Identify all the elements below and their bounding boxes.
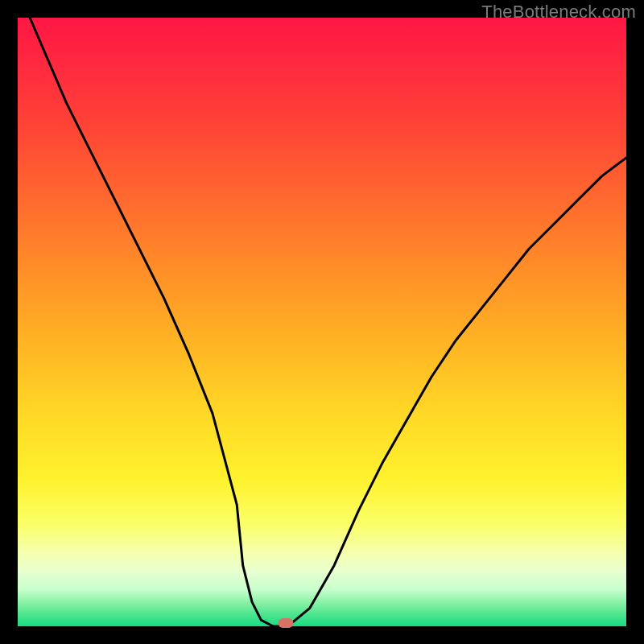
watermark-text: TheBottleneck.com	[481, 2, 636, 23]
bottleneck-curve	[18, 18, 626, 626]
optimal-point-marker	[278, 618, 293, 628]
chart-plot-area	[18, 18, 626, 626]
